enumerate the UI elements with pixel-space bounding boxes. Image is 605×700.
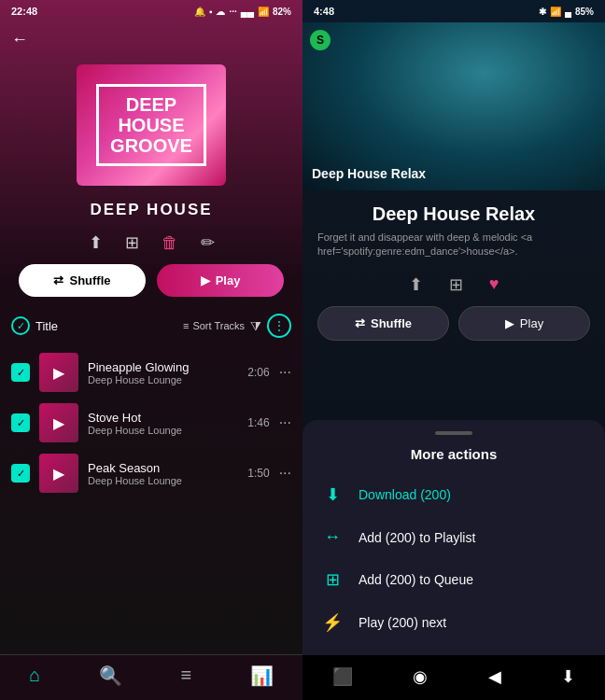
action-play-next[interactable]: ⚡ Play (200) next bbox=[302, 601, 605, 644]
add-playlist-label: Add (200) to Playlist bbox=[359, 530, 475, 545]
battery-left: 82% bbox=[273, 7, 291, 17]
swimmer-shape bbox=[302, 22, 605, 190]
shuffle-label: Shuffle bbox=[69, 273, 110, 287]
more-actions-panel: More actions ⬇ Download (200) ↔ Add (200… bbox=[302, 420, 605, 655]
play-button[interactable]: ▶ Play bbox=[157, 264, 284, 297]
right-shuffle-button[interactable]: ⇄ Shuffle bbox=[317, 306, 449, 341]
play-icon: ▶ bbox=[201, 273, 210, 287]
track-thumbnail-1: ▶ bbox=[39, 353, 78, 392]
status-icons-left: 🔔 ▪ ☁ ··· ▄▄ 📶 82% bbox=[194, 7, 291, 17]
play-label: Play bbox=[216, 273, 241, 287]
sys-home-btn[interactable]: ◉ bbox=[401, 663, 439, 691]
action-add-playlist[interactable]: ↔ Add (200) to Playlist bbox=[302, 516, 605, 558]
sort-label: Sort Tracks bbox=[192, 320, 245, 331]
sys-back-btn[interactable]: ◀ bbox=[477, 663, 513, 691]
back-button[interactable]: ← bbox=[0, 22, 302, 57]
right-shuffle-label: Shuffle bbox=[371, 316, 412, 330]
status-bar-left: 22:48 🔔 ▪ ☁ ··· ▄▄ 📶 82% bbox=[0, 0, 302, 22]
battery-right: 85% bbox=[575, 7, 594, 17]
right-action-icons: ⬆ ⊞ ♥ bbox=[302, 265, 605, 306]
album-art-text: DEEPHOUSEGROOVE bbox=[96, 84, 206, 166]
track-thumbnail-2: ▶ bbox=[39, 403, 78, 442]
nav-stats[interactable]: 📊 bbox=[250, 665, 274, 687]
right-shuffle-icon: ⇄ bbox=[355, 316, 365, 330]
track-more-button-2[interactable]: ··· bbox=[279, 414, 291, 431]
tracks-header: ✓ Title ≡ Sort Tracks ⧩ ⋮ bbox=[0, 308, 302, 343]
status-bar-right: 4:48 ✱ 📶 ▄ 85% bbox=[302, 0, 605, 22]
track-checkbox-2[interactable]: ✓ bbox=[11, 413, 30, 432]
track-info-3: Peak Season Deep House Lounge bbox=[88, 461, 238, 486]
track-checkbox-1[interactable]: ✓ bbox=[11, 363, 30, 382]
left-panel: 22:48 🔔 ▪ ☁ ··· ▄▄ 📶 82% ← DEEPHOUSEGROO… bbox=[0, 0, 302, 700]
right-share-icon[interactable]: ⬆ bbox=[409, 274, 423, 295]
track-duration-1: 2:06 bbox=[247, 366, 269, 379]
right-play-label: Play bbox=[520, 316, 543, 330]
track-info-1: Pineapple Glowing Deep House Lounge bbox=[88, 360, 238, 385]
play-next-icon: ⚡ bbox=[321, 612, 344, 633]
playlist-title-section: Deep House Relax Forget it and disappear… bbox=[302, 190, 605, 265]
album-art-container: DEEPHOUSEGROOVE bbox=[0, 57, 302, 197]
track-item[interactable]: ✓ ▶ Pineapple Glowing Deep House Lounge … bbox=[0, 347, 302, 398]
play-next-label: Play (200) next bbox=[359, 615, 446, 630]
edit-icon[interactable]: ✏ bbox=[201, 232, 215, 253]
nav-home[interactable]: ⌂ bbox=[29, 665, 40, 687]
track-artist-2: Deep House Lounge bbox=[88, 425, 238, 436]
track-name-2: Stove Hot bbox=[88, 411, 238, 425]
track-thumbnail-3: ▶ bbox=[39, 454, 78, 493]
title-check[interactable]: ✓ bbox=[11, 316, 30, 335]
track-name-3: Peak Season bbox=[88, 461, 238, 475]
status-icons-right: ✱ 📶 ▄ 85% bbox=[539, 7, 594, 17]
right-play-button[interactable]: ▶ Play bbox=[458, 306, 590, 341]
track-more-button-1[interactable]: ··· bbox=[279, 364, 291, 381]
sort-icon: ≡ bbox=[183, 320, 189, 331]
album-title: DEEP HOUSE bbox=[0, 197, 302, 229]
track-duration-2: 1:46 bbox=[247, 416, 269, 429]
shuffle-button[interactable]: ⇄ Shuffle bbox=[19, 264, 146, 297]
heart-icon[interactable]: ♥ bbox=[489, 274, 499, 294]
track-checkbox-3[interactable]: ✓ bbox=[11, 464, 30, 483]
track-list: ✓ ▶ Pineapple Glowing Deep House Lounge … bbox=[0, 343, 302, 654]
right-panel: 4:48 ✱ 📶 ▄ 85% S Deep House Relax Deep H… bbox=[302, 0, 605, 700]
more-options-button[interactable]: ⋮ bbox=[267, 314, 291, 338]
download-label: Download (200) bbox=[359, 487, 451, 502]
track-artist-3: Deep House Lounge bbox=[88, 475, 238, 486]
bt-icon: ✱ bbox=[539, 7, 546, 17]
sort-tracks-button[interactable]: ≡ Sort Tracks bbox=[183, 320, 245, 331]
playlist-image-bg: S Deep House Relax bbox=[302, 22, 605, 190]
cloud-icon: ☁ bbox=[216, 7, 225, 17]
playlist-name-overlay: Deep House Relax bbox=[312, 166, 426, 181]
bottom-nav-left: ⌂ 🔍 ≡ 📊 bbox=[0, 654, 302, 700]
playback-buttons: ⇄ Shuffle ▶ Play bbox=[0, 264, 302, 308]
sys-stop-btn[interactable]: ⬛ bbox=[321, 663, 364, 691]
wifi-right: ▄ bbox=[565, 7, 571, 17]
track-more-button-3[interactable]: ··· bbox=[279, 465, 291, 482]
action-download[interactable]: ⬇ Download (200) bbox=[302, 473, 605, 516]
time-right: 4:48 bbox=[314, 6, 334, 17]
sys-download-btn[interactable]: ⬇ bbox=[550, 663, 586, 691]
nav-search[interactable]: 🔍 bbox=[99, 665, 122, 687]
more-actions-title: More actions bbox=[302, 446, 605, 473]
bottom-nav-system: ⬛ ◉ ◀ ⬇ bbox=[302, 655, 605, 700]
playlist-description: Forget it and disappear with deep & melo… bbox=[317, 231, 590, 259]
add-playlist-icon: ↔ bbox=[321, 527, 344, 547]
filter-icon[interactable]: ⧩ bbox=[250, 318, 261, 334]
add-to-collection-icon[interactable]: ⊞ bbox=[125, 232, 139, 253]
track-artist-1: Deep House Lounge bbox=[88, 374, 238, 385]
shuffle-icon: ⇄ bbox=[53, 273, 63, 287]
right-playback-buttons: ⇄ Shuffle ▶ Play bbox=[302, 306, 605, 352]
square-icon: ▪ bbox=[209, 7, 213, 17]
action-add-queue[interactable]: ⊞ Add (200) to Queue bbox=[302, 558, 605, 601]
delete-icon[interactable]: 🗑 bbox=[162, 233, 178, 253]
nav-library[interactable]: ≡ bbox=[180, 665, 191, 687]
track-item-2[interactable]: ✓ ▶ Stove Hot Deep House Lounge 1:46 ··· bbox=[0, 398, 302, 448]
tracks-title-label: Title bbox=[35, 319, 177, 333]
music-icon-2: ▶ bbox=[53, 414, 64, 432]
playlist-title: Deep House Relax bbox=[317, 203, 590, 225]
right-add-icon[interactable]: ⊞ bbox=[449, 274, 463, 295]
wifi-icon: 📶 bbox=[258, 7, 269, 17]
track-item-3[interactable]: ✓ ▶ Peak Season Deep House Lounge 1:50 ·… bbox=[0, 448, 302, 498]
share-icon[interactable]: ⬆ bbox=[89, 232, 103, 253]
spotify-badge: S bbox=[310, 30, 331, 50]
drag-handle[interactable] bbox=[435, 431, 472, 435]
signal-right: 📶 bbox=[550, 7, 561, 17]
